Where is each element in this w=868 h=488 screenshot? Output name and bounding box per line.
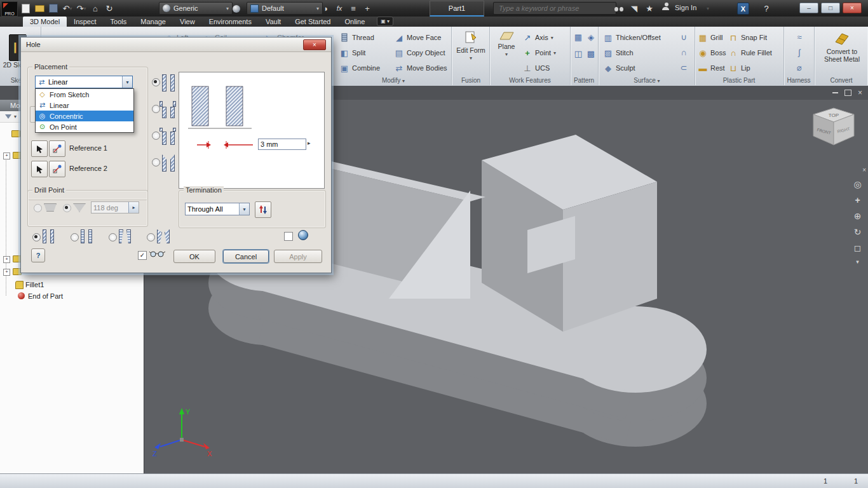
new-file-icon[interactable] [19, 2, 32, 15]
tab-3d-model[interactable]: 3D Model [23, 17, 67, 27]
tab-inspect[interactable]: Inspect [67, 17, 103, 27]
combo-dropdown-icon[interactable]: ▾ [122, 76, 132, 88]
sketch-pattern-icon[interactable]: ▩ [586, 48, 596, 58]
zoom-icon[interactable]: ⊕ [854, 211, 862, 221]
search-box[interactable] [493, 2, 616, 15]
open-file-icon[interactable] [33, 2, 46, 15]
tab-get-started[interactable]: Get Started [288, 17, 337, 27]
tree-item-fillet1[interactable]: Fillet1 [25, 281, 44, 288]
tree-expander[interactable]: + [3, 256, 10, 263]
option-on-point[interactable]: ⊙On Point [36, 121, 133, 132]
close-button[interactable]: × [843, 3, 862, 13]
circular-pattern-icon[interactable]: ◈ [586, 32, 596, 42]
rule-fillet-button[interactable]: ∩Rule Fillet [728, 46, 772, 60]
doc-close-icon[interactable]: × [858, 88, 862, 97]
redo-icon[interactable]: ↷▾ [75, 2, 88, 15]
sign-in-chevron-icon[interactable]: ▾ [707, 6, 709, 11]
hole-dialog-close-button[interactable]: × [303, 39, 326, 50]
tab-online[interactable]: Online [337, 17, 372, 27]
point-button[interactable]: +Point▾ [522, 46, 556, 60]
exchange-app-icon[interactable]: X [737, 3, 749, 15]
navbar-more-icon[interactable]: ▾ [856, 259, 859, 265]
ok-button[interactable]: OK [173, 250, 215, 263]
edit-form-button[interactable]: Edit Form▾ [456, 30, 485, 61]
ribbon-options-button[interactable]: ▣ ▾ [377, 17, 393, 26]
thread-button[interactable]: Thread [339, 30, 374, 44]
rectangular-pattern-icon[interactable]: ▦ [573, 32, 583, 42]
tree-item-end-of-part[interactable]: End of Part [28, 292, 63, 300]
user-icon[interactable] [662, 3, 671, 10]
taper-tapped-hole-radio[interactable] [147, 233, 155, 241]
search-input[interactable] [498, 4, 605, 13]
minimize-button[interactable]: – [799, 3, 818, 13]
tab-vault[interactable]: Vault [259, 17, 288, 27]
hole-dialog-titlebar[interactable]: Hole × [21, 37, 331, 52]
flip-direction-button[interactable] [255, 201, 271, 218]
clearance-hole-radio[interactable] [71, 233, 79, 241]
update-icon[interactable]: ↻ [103, 2, 116, 15]
countersink-hole-radio[interactable] [152, 158, 160, 166]
tree-node-icon[interactable] [11, 130, 20, 137]
thicken-offset-button[interactable]: ▥Thicken/Offset [603, 30, 661, 44]
pointer-icon[interactable]: ◥ [628, 2, 641, 15]
reference1-geometry-button[interactable] [49, 140, 65, 157]
grill-button[interactable]: ▦Grill [698, 30, 723, 44]
rest-button[interactable]: ▬Rest [698, 61, 725, 75]
extend-surface-icon[interactable]: ⊂ [679, 62, 689, 72]
combine-button[interactable]: ▣Combine [339, 61, 380, 75]
search-binoculars-icon[interactable] [610, 3, 623, 15]
ucs-button[interactable]: ⊥UCS [522, 61, 550, 75]
lip-button[interactable]: ⊔Lip [728, 61, 750, 75]
preview-checkbox[interactable]: ✓ [138, 251, 147, 260]
drill-angle-flyout-icon[interactable]: ▸ [128, 202, 139, 213]
tree-expander[interactable]: + [3, 152, 10, 159]
reference2-geometry-button[interactable] [49, 161, 65, 177]
move-bodies-button[interactable]: ⇄Move Bodies [394, 61, 447, 75]
apply-button[interactable]: Apply [274, 250, 322, 263]
appearance-combo[interactable]: Default ▾ [247, 2, 323, 15]
save-icon[interactable] [47, 2, 60, 15]
sign-in-link[interactable]: Sign In [675, 4, 696, 11]
maximize-button[interactable]: □ [821, 3, 840, 13]
undo-icon[interactable]: ↶▾ [61, 2, 74, 15]
orbit-icon[interactable]: ↻ [854, 227, 862, 237]
convert-to-sheet-metal-button[interactable]: Convert to Sheet Metal [820, 30, 864, 63]
home-icon[interactable]: ⌂ [89, 2, 102, 15]
snap-fit-button[interactable]: ⊓Snap Fit [728, 30, 767, 44]
drill-angle-combo[interactable]: 118 deg ▸ [91, 201, 139, 214]
option-linear[interactable]: ⇄Linear [36, 100, 133, 111]
cancel-button[interactable]: Cancel [223, 250, 269, 263]
adjust-icon[interactable]: ◑ [319, 2, 332, 15]
stitch-button[interactable]: ▨Stitch [603, 46, 634, 60]
imate-checkbox[interactable] [284, 232, 293, 241]
angle-point-radio[interactable] [63, 204, 71, 212]
mirror-icon[interactable]: ◫ [573, 48, 583, 58]
view-cube[interactable]: TOP FRONT RIGHT [807, 104, 860, 158]
combo-dropdown-icon[interactable]: ▾ [239, 203, 249, 215]
option-from-sketch[interactable]: ◇From Sketch [36, 89, 133, 100]
plane-button[interactable]: Plane▾ [493, 30, 520, 57]
tab-manage[interactable]: Manage [133, 17, 173, 27]
sculpt-button[interactable]: ◆Sculpt [603, 61, 635, 75]
flat-point-radio[interactable] [34, 204, 42, 212]
termination-combo[interactable]: Through All ▾ [185, 203, 250, 215]
add-icon[interactable]: + [361, 2, 374, 15]
harness-segment-icon[interactable]: ∫ [794, 47, 804, 57]
copy-object-button[interactable]: ▤Copy Object [394, 46, 445, 60]
axis-button[interactable]: ↗Axis▾ [522, 30, 553, 44]
pan-icon[interactable]: + [855, 195, 860, 205]
doc-minimize-icon[interactable] [832, 92, 838, 93]
reference1-select-button[interactable] [31, 140, 48, 157]
help-button[interactable]: ? [31, 248, 45, 262]
tab-tools[interactable]: Tools [104, 17, 134, 27]
look-at-icon[interactable]: ◻ [854, 243, 862, 253]
tab-environments[interactable]: Environments [202, 17, 259, 27]
placement-combo[interactable]: ⇄ Linear ▾ [35, 76, 133, 88]
spotface-hole-radio[interactable] [152, 132, 160, 140]
document-tab[interactable]: Part1 [430, 1, 484, 17]
measure-icon[interactable]: ≡ [347, 2, 360, 15]
split-button[interactable]: ◧Split [339, 46, 365, 60]
simple-hole-radio[interactable] [32, 233, 41, 241]
drilled-hole-radio[interactable] [152, 78, 160, 86]
reference2-select-button[interactable] [31, 161, 48, 177]
